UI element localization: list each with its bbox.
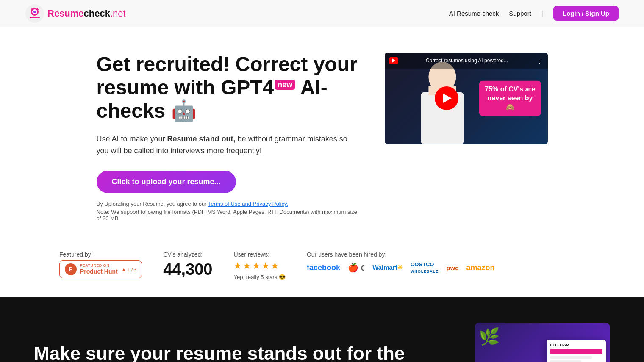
featured-label: Featured by: <box>59 251 142 258</box>
nav-divider: | <box>541 10 543 17</box>
video-title-text: Correct resumes using AI powered... <box>426 58 508 64</box>
cvs-number: 44,300 <box>163 260 212 279</box>
hired-label: Our users have been hired by: <box>307 251 495 258</box>
pwc-logo: pwc <box>446 264 458 271</box>
apple-logo: 🍎 C <box>348 263 365 273</box>
cvs-analyzed-stat: CV's analyzed: 44,300 <box>163 251 212 279</box>
play-triangle-icon <box>443 94 452 103</box>
video-thumbnail[interactable]: 75% of CV's are never seen by 🙈 Correct … <box>385 53 548 144</box>
nav-support[interactable]: Support <box>509 10 531 17</box>
navbar: Resumecheck.net AI Resume check Support … <box>0 0 644 27</box>
bottom-image: 🌿 RELLLIAM <box>475 323 610 362</box>
user-reviews-stat: User reviews: ★★★★★ Yep, really 5 stars … <box>233 251 285 280</box>
ph-icon: P <box>65 263 77 275</box>
youtube-logo <box>389 57 398 64</box>
terms-text: By Uploading your Resume, you agree to o… <box>97 201 359 207</box>
ph-featured-bottom: Product Hunt <box>80 268 118 275</box>
logo-net: .net <box>110 8 126 19</box>
yt-play-icon <box>392 58 395 63</box>
grammar-link[interactable]: grammar mistakes <box>275 135 337 143</box>
terms-prefix: By Uploading your Resume, you agree to o… <box>97 201 208 207</box>
nav-links: AI Resume check Support | Login / Sign U… <box>449 6 619 21</box>
desc-part2: be without <box>236 135 275 143</box>
interviews-link[interactable]: interviews more frequently! <box>171 146 262 155</box>
stars: ★★★★★ <box>233 260 285 271</box>
hero-title: Get recruited! Correct your resume with … <box>97 53 359 123</box>
hero-left: Get recruited! Correct your resume with … <box>97 53 359 221</box>
logo-icon <box>25 4 44 23</box>
video-play-button[interactable] <box>435 86 458 110</box>
ph-count: ▲173 <box>121 266 137 273</box>
new-badge: new <box>275 80 295 90</box>
resume-header-bar <box>550 349 602 354</box>
resume-name: RELLLIAM <box>550 343 602 347</box>
cvs-label: CV's analyzed: <box>163 251 212 258</box>
desc-part1: Use AI to make your <box>97 135 167 143</box>
hired-by-stat: Our users have been hired by: facebook 🍎… <box>307 251 495 274</box>
bottom-title: Make sure your resume stands out for the… <box>34 343 449 362</box>
terms-link[interactable]: Terms of Use and Privacy Policy. <box>208 201 288 207</box>
logo-check: check <box>84 8 110 19</box>
ph-featured-text: FEATURED ON Product Hunt <box>80 263 118 275</box>
bottom-section: Make sure your resume stands out for the… <box>0 297 644 362</box>
nav-ai-resume[interactable]: AI Resume check <box>449 10 499 17</box>
logo-text: Resumecheck.net <box>47 8 126 19</box>
note-text: Note: We support following file formats … <box>97 209 359 221</box>
plant-icon: 🌿 <box>479 327 500 347</box>
login-signup-button[interactable]: Login / Sign Up <box>553 6 619 21</box>
hero-description: Use AI to make your Resume stand out, be… <box>97 133 359 158</box>
resume-line-1 <box>550 356 592 359</box>
product-hunt-badge[interactable]: P FEATURED ON Product Hunt ▲173 <box>59 260 142 278</box>
stats-row: Featured by: P FEATURED ON Product Hunt … <box>25 238 619 297</box>
stars-label: Yep, really 5 stars 😎 <box>233 274 285 280</box>
video-overlay-text: 75% of CV's are never seen by 🙈 <box>479 81 541 116</box>
resume-preview: RELLLIAM <box>547 340 606 362</box>
amazon-logo: amazon <box>466 263 494 272</box>
bottom-text: Make sure your resume stands out for the… <box>34 343 449 362</box>
svg-point-3 <box>33 11 36 13</box>
logo[interactable]: Resumecheck.net <box>25 4 126 23</box>
logo-resume: Resume <box>47 8 84 19</box>
resume-line-2 <box>550 360 581 362</box>
youtube-icon <box>389 57 398 64</box>
ph-featured-top: FEATURED ON <box>80 263 118 268</box>
featured-stat: Featured by: P FEATURED ON Product Hunt … <box>59 251 142 278</box>
desc-bold: Resume stand out, <box>167 135 236 143</box>
hero-section: Get recruited! Correct your resume with … <box>25 27 619 238</box>
upload-resume-button[interactable]: Click to upload your resume... <box>97 171 236 193</box>
costco-logo: COSTCOWHOLESALE <box>411 261 439 274</box>
hired-logos: facebook 🍎 C Walmart✳ COSTCOWHOLESALE pw… <box>307 261 495 274</box>
facebook-logo: facebook <box>307 263 340 272</box>
video-more-icon[interactable]: ⋮ <box>536 56 544 65</box>
video-title-bar: Correct resumes using AI powered... ⋮ <box>385 53 548 69</box>
svg-rect-4 <box>30 17 40 18</box>
reviews-label: User reviews: <box>233 251 285 258</box>
walmart-logo: Walmart✳ <box>372 264 403 271</box>
hero-video: 75% of CV's are never seen by 🙈 Correct … <box>385 53 548 144</box>
